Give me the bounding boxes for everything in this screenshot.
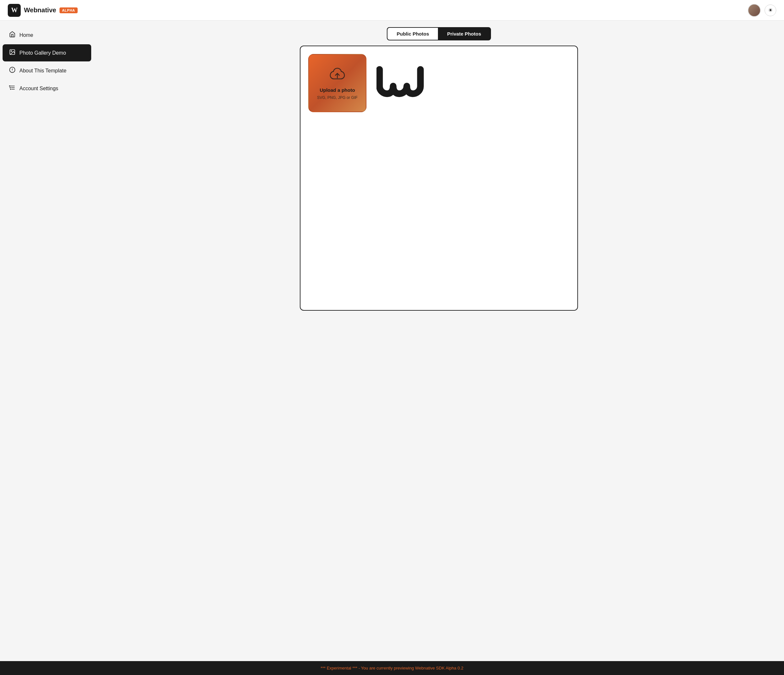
gallery-image-webnative-logo[interactable] <box>372 54 430 112</box>
gallery-grid: Upload a photo SVG, PNG, JPG or GIF <box>308 54 569 112</box>
upload-card[interactable]: Upload a photo SVG, PNG, JPG or GIF <box>308 54 366 112</box>
theme-toggle-button[interactable]: ☀ <box>765 5 776 16</box>
upload-cloud-icon <box>329 66 346 85</box>
sidebar-item-account-settings[interactable]: Account Settings <box>3 80 91 97</box>
logo-box: W <box>8 4 21 17</box>
sidebar-item-home-label: Home <box>19 32 33 38</box>
main-content: Public Photos Private Photos <box>94 21 784 661</box>
avatar-image <box>748 5 760 16</box>
tab-public-photos[interactable]: Public Photos <box>387 28 438 40</box>
svg-point-10 <box>10 89 11 90</box>
webnative-logo-svg <box>376 62 425 104</box>
tabs-container: Public Photos Private Photos <box>387 27 491 40</box>
main-container: Home Photo Gallery Demo About This Templ… <box>0 21 784 661</box>
sidebar-item-account-label: Account Settings <box>19 86 58 92</box>
home-icon <box>9 31 16 39</box>
info-icon <box>9 67 16 74</box>
sun-icon: ☀ <box>768 7 773 13</box>
svg-point-1 <box>11 51 12 52</box>
logo-icon: W <box>11 6 17 14</box>
photo-icon <box>9 49 16 57</box>
header-right: ☀ <box>748 4 776 17</box>
brand-name: Webnative <box>24 6 56 14</box>
sidebar-item-about-template[interactable]: About This Template <box>3 62 91 79</box>
footer-text: *** Experimental *** - You are currently… <box>320 666 463 670</box>
avatar[interactable] <box>748 4 761 17</box>
tab-private-photos[interactable]: Private Photos <box>438 28 490 40</box>
upload-subtitle: SVG, PNG, JPG or GIF <box>317 95 358 100</box>
svg-point-9 <box>10 87 11 88</box>
alpha-badge: ALPHA <box>59 8 78 13</box>
sidebar-item-photo-gallery-demo[interactable]: Photo Gallery Demo <box>3 44 91 61</box>
sidebar: Home Photo Gallery Demo About This Templ… <box>0 21 94 661</box>
sidebar-item-home[interactable]: Home <box>3 26 91 43</box>
upload-title: Upload a photo <box>320 87 355 93</box>
header: W Webnative ALPHA ☀ <box>0 0 784 21</box>
svg-point-8 <box>9 86 10 86</box>
gallery-box: Upload a photo SVG, PNG, JPG or GIF <box>300 46 578 311</box>
header-left: W Webnative ALPHA <box>8 4 78 17</box>
footer: *** Experimental *** - You are currently… <box>0 661 784 675</box>
upload-card-inner: Upload a photo SVG, PNG, JPG or GIF <box>317 66 358 100</box>
sidebar-item-about-label: About This Template <box>19 68 66 74</box>
sidebar-item-photo-gallery-label: Photo Gallery Demo <box>19 50 66 56</box>
settings-icon <box>9 84 16 92</box>
